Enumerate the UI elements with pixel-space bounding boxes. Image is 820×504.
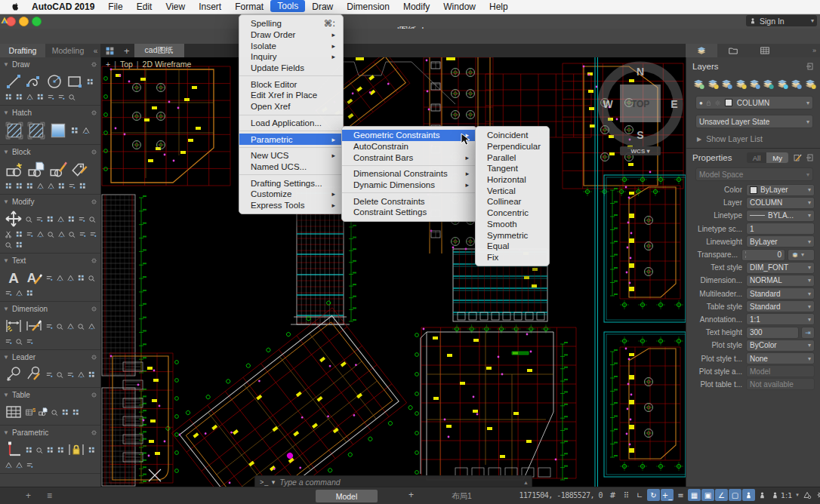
layer-edit-icon[interactable] [706,77,718,90]
property-value-multileader[interactable]: Standard▾ [746,287,815,300]
panel-overflow-chevron[interactable]: » [812,47,820,54]
text-frame-icon[interactable] [66,274,75,282]
text-edit-icon[interactable] [25,269,43,287]
section-header-draw[interactable]: ▼Draw [0,57,100,70]
dimension-edit-icon[interactable] [25,317,43,335]
pdf-export-icon[interactable] [77,274,85,282]
dim-ordinate-icon[interactable] [77,322,85,330]
sign-in-button[interactable]: Sign In ▾ [746,15,817,26]
layer-settings-icon[interactable] [762,77,774,90]
tab-annotation-scales[interactable] [749,44,781,57]
property-value-table-style[interactable]: Standard▾ [746,300,815,312]
section-header-leader[interactable]: ▼Leader [0,350,100,363]
fillet-icon[interactable] [57,215,65,223]
table-cell-sync-icon[interactable] [61,408,69,416]
menubar-item-view[interactable]: View [159,0,192,14]
undock-properties-icon[interactable] [806,153,815,162]
leader-remove-icon[interactable] [77,370,85,379]
tab-drafting[interactable]: Drafting [0,44,45,57]
construction-line-icon[interactable] [15,93,23,101]
constraint-settings-icon[interactable] [26,461,34,469]
pdf-import-icon[interactable] [26,289,34,297]
grid-display-toggle[interactable]: # [606,489,619,501]
property-value-plot-style-t[interactable]: None▾ [746,352,815,364]
block-replace-icon[interactable] [26,182,34,190]
menubar-item-edit[interactable]: Edit [130,0,159,14]
property-value-linetype[interactable]: BYLA...▾ [746,210,815,222]
annotation-visibility-toggle[interactable] [742,489,755,501]
menu-item-coincident[interactable]: Coincident [476,130,549,141]
workspace-switch-icon[interactable] [801,489,814,501]
current-layer-dropdown[interactable]: ● COLUMN ▾ [695,96,813,109]
transparency-toggle[interactable]: ▦ [688,489,701,501]
leader-add-icon[interactable] [45,370,54,379]
menu-item-horizontal[interactable]: Horizontal [476,174,549,186]
menu-item-edit-xref-in-place[interactable]: Edit Xref in Place [239,90,343,101]
layer-state-dropdown[interactable]: Unsaved Layer State▾ [695,115,813,128]
menu-item-dynamic-dimensions[interactable]: Dynamic Dimensions▸ [342,180,476,191]
isometric-drafting-toggle[interactable]: ▢ [729,489,741,501]
space-dropdown[interactable]: Model Space▾ [695,167,813,181]
drawing-viewport[interactable]: TOPNWESWCS ▾ [100,57,686,487]
menubar-item-insert[interactable]: Insert [192,0,228,14]
section-header-text[interactable]: ▼Text [0,254,100,266]
section-header-modify[interactable]: ▼Modify [0,195,100,207]
tab-modeling[interactable]: Modeling [45,44,91,57]
point-style-icon[interactable] [26,93,34,101]
property-value-plot-style[interactable]: ByColor▾ [746,340,815,352]
polygon-icon[interactable] [47,93,55,101]
menu-item-symmetric[interactable]: Symmetric [476,229,549,241]
attribute-sync-icon[interactable] [57,182,66,190]
circle-icon[interactable] [45,72,63,91]
constraint-show-icon[interactable] [57,446,65,454]
settings-gear-icon[interactable] [815,489,820,501]
solid-edit-icon[interactable] [26,230,34,238]
gear-icon[interactable] [91,61,97,68]
property-value-linetype-sc[interactable]: 1 [746,223,815,235]
find-text-icon[interactable] [5,289,13,297]
block-export-icon[interactable] [79,182,87,190]
show-layer-list-toggle[interactable]: ▶Show Layer List [697,134,820,143]
menu-item-named-ucs[interactable]: Named UCS... [239,161,343,173]
filter-my-button[interactable]: My [766,152,788,163]
command-prompt[interactable]: >_ ▾ [255,478,279,486]
layer-match-icon[interactable] [748,77,760,90]
viewport-view-control[interactable]: Top [120,60,133,69]
attribute-edit-icon[interactable] [68,182,76,190]
rectangle-icon[interactable] [66,72,84,91]
menu-item-vertical[interactable]: Vertical [476,185,549,196]
revision-cloud-icon[interactable] [68,93,76,101]
menu-item-fix[interactable]: Fix [476,252,549,263]
multileader-edit-icon[interactable] [25,365,43,383]
text-layer-icon[interactable] [15,289,23,297]
command-history-scroll-icon[interactable]: ▲ [523,480,532,485]
ellipse-icon[interactable] [36,93,45,101]
selection-cycling-toggle[interactable]: ▣ [701,489,714,501]
gear-icon[interactable] [91,257,97,264]
menu-item-inquiry[interactable]: Inquiry▸ [239,51,343,63]
polyline-icon[interactable] [25,72,43,91]
layout-grid-icon[interactable] [100,46,119,56]
constraint-hide-icon[interactable] [5,461,13,469]
tab-layers[interactable] [686,44,717,57]
annotation-scale-dropdown[interactable]: 1:1▾ [769,489,800,501]
menu-item-open-xref[interactable]: Open Xref [239,101,343,112]
layout-tab[interactable]: 布局1 [452,491,472,502]
spline-icon[interactable] [5,93,13,101]
mirror-icon[interactable] [78,215,86,223]
text-screen-icon[interactable] [88,274,96,282]
document-tab[interactable]: cad图纸 [134,44,184,57]
leader-align-icon[interactable] [66,370,75,379]
menu-item-draw-order[interactable]: Draw Order▸ [239,29,343,41]
edit-attribute-icon[interactable] [70,160,90,180]
scale-icon[interactable] [57,230,66,238]
menu-item-load-application[interactable]: Load Application... [239,118,343,129]
ortho-mode-toggle[interactable]: ∟ [633,489,646,501]
dim-linear-icon[interactable] [45,322,54,330]
viewport-plus-control[interactable]: + [106,60,110,69]
property-value-dimension[interactable]: NORMAL▾ [746,275,815,287]
tag-icon[interactable] [5,182,13,190]
break-icon[interactable] [79,230,87,238]
stretch-icon[interactable] [68,230,76,238]
arc-icon[interactable] [86,78,94,86]
